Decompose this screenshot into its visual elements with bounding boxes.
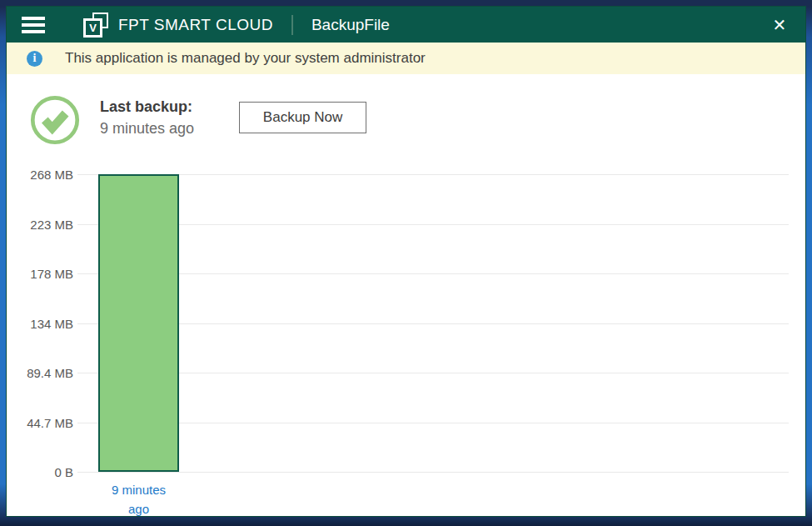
titlebar: V FPT SMART CLOUD BackupFile ✕ — [7, 7, 805, 43]
y-axis-tick-label: 89.4 MB — [7, 365, 73, 381]
gridline — [77, 273, 789, 274]
last-backup-label: Last backup: — [100, 97, 194, 118]
titlebar-divider — [291, 15, 293, 35]
admin-notice-text: This application is managed by your syst… — [65, 50, 426, 67]
app-title: BackupFile — [311, 16, 390, 34]
gridline — [77, 323, 789, 324]
app-window: V FPT SMART CLOUD BackupFile ✕ i This ap… — [6, 6, 806, 517]
gridline — [77, 423, 789, 423]
last-backup-value: 9 minutes ago — [100, 118, 194, 139]
menu-button[interactable] — [22, 17, 45, 33]
hamburger-icon — [22, 23, 45, 27]
gridline — [77, 174, 789, 175]
brand-logo-icon: V — [83, 13, 108, 38]
logo-front-square: V — [83, 18, 102, 38]
backup-now-button[interactable]: Backup Now — [239, 102, 366, 133]
gridline — [77, 224, 789, 225]
admin-notice-banner: i This application is managed by your sy… — [7, 43, 805, 74]
backup-status-row: Last backup: 9 minutes ago Backup Now — [7, 74, 805, 163]
close-button[interactable]: ✕ — [765, 11, 794, 39]
y-axis-tick-label: 134 MB — [7, 316, 73, 332]
y-axis-tick-label: 0 B — [7, 464, 73, 480]
y-axis-tick-label: 268 MB — [7, 167, 73, 183]
x-axis-label[interactable]: 9 minutes ago — [102, 480, 177, 518]
y-axis-tick-label: 223 MB — [7, 217, 73, 233]
y-axis-tick-label: 178 MB — [7, 266, 73, 282]
brand-name: FPT SMART CLOUD — [118, 16, 273, 34]
gridline — [77, 472, 789, 473]
backup-size-bar[interactable] — [98, 174, 179, 472]
close-icon: ✕ — [773, 15, 787, 35]
info-icon: i — [27, 51, 42, 67]
last-backup-info: Last backup: 9 minutes ago — [100, 97, 194, 139]
success-check-icon — [30, 95, 80, 145]
hamburger-icon — [22, 30, 45, 33]
backup-size-chart: 0 B44.7 MB89.4 MB134 MB178 MB223 MB268 M… — [7, 163, 805, 516]
y-axis-tick-label: 44.7 MB — [7, 415, 73, 431]
gridline — [77, 373, 789, 373]
hamburger-icon — [22, 17, 45, 20]
